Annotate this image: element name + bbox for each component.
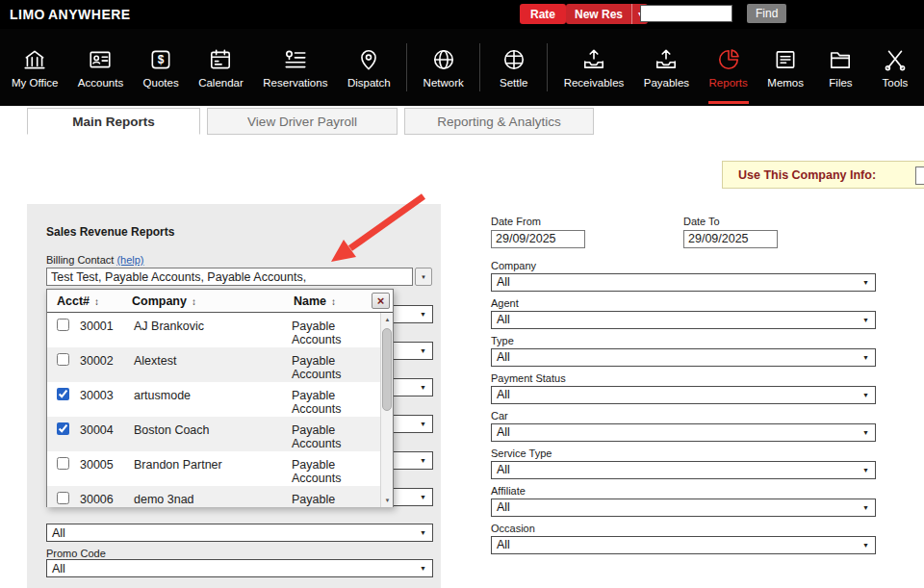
- nav-item-memos[interactable]: Memos: [763, 29, 808, 106]
- banner-label: Use This Company Info:: [738, 168, 876, 182]
- app-logo: LIMOANYWHERE: [10, 7, 131, 22]
- date-to-input[interactable]: [683, 230, 778, 248]
- nav-item-label: Reservations: [263, 77, 327, 89]
- nav-item-settle[interactable]: Settle: [493, 29, 535, 106]
- chevron-down-icon: ▼: [420, 565, 426, 572]
- tab-view-driver-payroll[interactable]: View Driver Payroll: [207, 108, 398, 135]
- nav-item-quotes[interactable]: $ Quotes: [140, 29, 183, 106]
- date-from-input[interactable]: [491, 230, 585, 248]
- tab-reporting-analytics[interactable]: Reporting & Analytics: [404, 108, 594, 135]
- nav-item-accounts[interactable]: Accounts: [74, 29, 127, 106]
- calendar-icon: [208, 47, 233, 72]
- column-name-label: Name: [294, 294, 326, 308]
- car-select[interactable]: All▼: [491, 423, 876, 442]
- service-type-select[interactable]: All▼: [491, 461, 876, 479]
- row-checkbox[interactable]: [57, 353, 69, 366]
- date-row: Date From Date To: [491, 216, 876, 248]
- type-label: Type: [491, 335, 876, 346]
- row-checkbox[interactable]: [57, 492, 69, 504]
- acct-cell: 30002: [80, 347, 134, 382]
- table-row[interactable]: 30002 Alextest Payable Accounts: [47, 347, 380, 382]
- acct-cell: 30001: [80, 313, 134, 347]
- nav-item-payables[interactable]: Payables: [640, 29, 693, 106]
- nav-item-calendar[interactable]: Calendar: [194, 29, 247, 106]
- rate-button[interactable]: Rate: [520, 4, 566, 24]
- nav-item-label: Network: [424, 77, 464, 89]
- acct-cell: 30006: [80, 486, 134, 507]
- nav-item-tools[interactable]: Tools: [874, 29, 916, 106]
- billing-contact-row: ▼: [46, 268, 432, 286]
- company-select-value: All: [497, 275, 510, 289]
- scroll-down-icon[interactable]: ▼: [381, 494, 393, 507]
- table-row[interactable]: 30001 AJ Brankovic Payable Accounts: [47, 313, 380, 347]
- column-acct[interactable]: Acct#↕: [47, 294, 132, 308]
- table-row[interactable]: 30005 Brandon Partner Payable Accounts: [47, 451, 380, 486]
- nav-item-label: Reports: [709, 77, 748, 89]
- picker-scrollbar[interactable]: ▲ ▼: [380, 313, 393, 507]
- company-select[interactable]: All▼: [491, 273, 876, 292]
- dispatch-icon: [356, 47, 381, 72]
- chevron-down-icon: ▼: [862, 279, 869, 286]
- column-name[interactable]: Name↕: [294, 294, 351, 308]
- table-row[interactable]: 30006 demo 3nad Payable: [47, 486, 380, 507]
- affiliate-select-value: All: [497, 500, 510, 514]
- new-res-button[interactable]: New Res ▾: [566, 4, 648, 24]
- table-row[interactable]: 30003 artusmode Payable Accounts: [47, 382, 380, 417]
- company-info-control[interactable]: [915, 166, 924, 185]
- type-select[interactable]: All▼: [491, 348, 876, 367]
- chevron-down-icon: ▼: [420, 421, 426, 427]
- sales-revenue-panel: Sales Revenue Reports Billing Contact (h…: [27, 204, 441, 588]
- occasion-filter-group: Occasion All▼: [491, 523, 876, 554]
- help-link[interactable]: (help): [116, 254, 143, 266]
- acct-cell: 30003: [80, 382, 134, 417]
- payment-status-select-value: All: [497, 388, 510, 401]
- find-button[interactable]: Find: [747, 4, 786, 23]
- promo-code-value: All: [52, 562, 65, 575]
- scroll-thumb[interactable]: [382, 328, 392, 411]
- company-info-banner: Use This Company Info:: [722, 161, 924, 189]
- bottom-filter-select[interactable]: All ▼: [46, 524, 433, 542]
- chevron-down-icon: ▼: [862, 317, 869, 323]
- row-checkbox[interactable]: [57, 457, 69, 470]
- acct-cell: 30005: [80, 451, 134, 486]
- nav-item-files[interactable]: Files: [819, 29, 861, 106]
- nav-item-reports[interactable]: Reports: [706, 29, 752, 106]
- nav-item-reservations[interactable]: Reservations: [259, 29, 331, 106]
- affiliate-select[interactable]: All▼: [491, 499, 876, 517]
- agent-filter-group: Agent All▼: [491, 297, 876, 329]
- nav-item-network[interactable]: Network: [420, 29, 468, 106]
- nav-item-dispatch[interactable]: Dispatch: [344, 29, 395, 106]
- date-from-group: Date From: [491, 216, 683, 248]
- table-row[interactable]: 30004 Boston Coach Payable Accounts: [47, 417, 380, 451]
- tab-main-reports[interactable]: Main Reports: [27, 108, 200, 135]
- row-checkbox[interactable]: [57, 422, 69, 435]
- nav-item-receivables[interactable]: Receivables: [560, 29, 629, 106]
- agent-select-value: All: [497, 313, 510, 326]
- date-from-label: Date From: [491, 216, 683, 227]
- report-tabs: Main Reports View Driver Payroll Reporti…: [27, 108, 594, 135]
- chevron-down-icon: ▼: [420, 457, 426, 464]
- row-checkbox[interactable]: [57, 388, 69, 400]
- occasion-select[interactable]: All▼: [491, 536, 876, 554]
- billing-contact-combo-button[interactable]: ▼: [415, 268, 432, 286]
- checkbox-cell: [47, 417, 80, 451]
- agent-select[interactable]: All▼: [491, 311, 876, 329]
- quotes-icon: $: [148, 47, 173, 72]
- payables-icon: [654, 47, 679, 72]
- promo-code-select[interactable]: All ▼: [46, 559, 433, 577]
- chevron-down-icon: ▼: [862, 504, 869, 511]
- scroll-up-icon[interactable]: ▲: [381, 313, 393, 326]
- sort-icon: ↕: [331, 296, 336, 307]
- payment-status-select[interactable]: All▼: [491, 386, 876, 404]
- date-to-label: Date To: [683, 216, 876, 227]
- service-type-select-value: All: [497, 463, 510, 476]
- nav-item-my-office[interactable]: My Office: [8, 29, 62, 106]
- billing-contact-input[interactable]: [46, 268, 413, 286]
- row-checkbox[interactable]: [57, 319, 69, 331]
- quick-search-input[interactable]: [640, 5, 732, 22]
- close-icon[interactable]: ×: [372, 293, 390, 309]
- chevron-down-icon: ▼: [862, 467, 869, 473]
- column-company[interactable]: Company↕: [132, 294, 294, 308]
- chevron-down-icon: ▼: [420, 384, 426, 391]
- logo-limo: LIMO: [10, 7, 45, 22]
